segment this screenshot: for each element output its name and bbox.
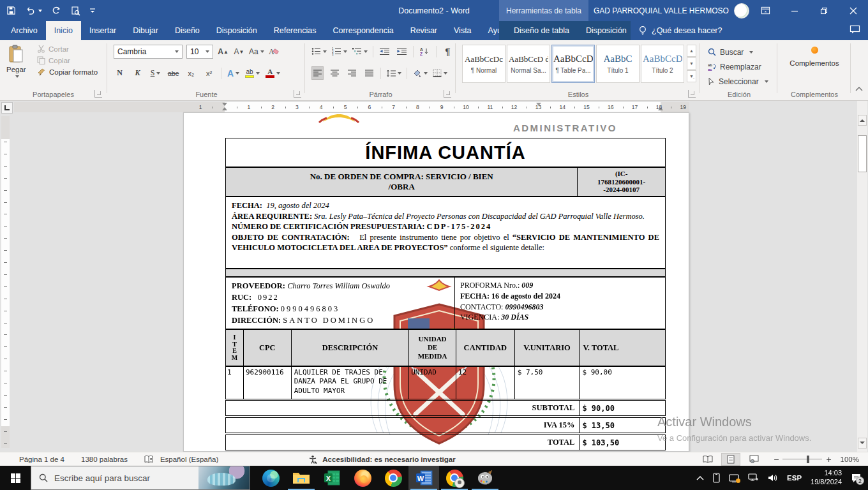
zoom-slider[interactable]: [782, 455, 822, 464]
tab-dibujar[interactable]: Dibujar: [124, 21, 167, 40]
start-button[interactable]: [0, 466, 31, 490]
tell-me-box[interactable]: ¿Qué desea hacer?: [638, 21, 722, 40]
styles-dialog-launcher[interactable]: [688, 90, 696, 98]
restore-button[interactable]: [809, 0, 839, 21]
zoom-level[interactable]: 100%: [841, 456, 859, 463]
tab-insertar[interactable]: Insertar: [81, 21, 124, 40]
tab-revisar[interactable]: Revisar: [402, 21, 445, 40]
taskbar-firefox-icon[interactable]: [347, 466, 378, 490]
vertical-scrollbar[interactable]: [857, 101, 867, 452]
tray-chevron-icon[interactable]: [696, 475, 704, 480]
scroll-up-button[interactable]: [858, 115, 867, 126]
line-spacing-button[interactable]: [386, 66, 401, 80]
style-normal-sa[interactable]: AaBbCcD dENormal Sa...: [507, 45, 550, 83]
collapse-ribbon-icon[interactable]: [855, 86, 863, 91]
scrollbar-thumb[interactable]: [858, 135, 867, 172]
paste-button[interactable]: Pegar: [6, 45, 26, 78]
text-effects-button[interactable]: A: [227, 66, 239, 80]
tab-inicio[interactable]: Inicio: [46, 21, 81, 40]
font-size-combobox[interactable]: 10: [186, 45, 213, 59]
redo-icon[interactable]: [51, 6, 61, 15]
zoom-slider-thumb[interactable]: [807, 456, 809, 463]
proofing-icon[interactable]: [144, 455, 154, 464]
taskbar-chrome-profile-icon[interactable]: [439, 466, 470, 490]
align-left-button[interactable]: [311, 66, 324, 80]
taskbar-explorer-icon[interactable]: [286, 466, 317, 490]
vertical-ruler[interactable]: [1, 116, 10, 448]
bullets-button[interactable]: [311, 45, 327, 58]
style-normal[interactable]: AaBbCcDc¶ Normal: [462, 45, 505, 83]
language-indicator[interactable]: Español (España): [160, 456, 218, 463]
sort-button[interactable]: AZ: [419, 45, 431, 58]
paragraph-dialog-launcher[interactable]: [444, 90, 451, 98]
align-right-button[interactable]: [346, 66, 358, 80]
network-icon[interactable]: [748, 473, 759, 482]
increase-indent-icon[interactable]: [396, 45, 408, 58]
cut-button[interactable]: Cortar: [37, 45, 98, 53]
format-painter-button[interactable]: Copiar formato: [37, 68, 98, 76]
accessibility-status[interactable]: Accesibilidad: es necesario investigar: [322, 456, 455, 463]
hanging-indent-marker[interactable]: [222, 107, 227, 110]
grow-font-button[interactable]: A▲: [217, 45, 229, 59]
tab-diseno-de-tabla[interactable]: Diseño de tabla: [505, 21, 578, 40]
styles-scroll-down[interactable]: ▼: [687, 57, 696, 70]
shrink-font-button[interactable]: A▼: [233, 45, 245, 59]
avatar[interactable]: [734, 3, 749, 19]
volume-icon[interactable]: [768, 473, 778, 482]
style-titulo-2[interactable]: AaBbCcDTítulo 2: [641, 45, 684, 83]
taskbar-chrome-icon[interactable]: [378, 466, 408, 490]
undo-icon[interactable]: [25, 6, 42, 15]
tab-referencias[interactable]: Referencias: [266, 21, 325, 40]
decrease-indent-icon[interactable]: [378, 45, 391, 58]
copy-button[interactable]: Copiar: [37, 56, 98, 64]
taskbar-word-icon[interactable]: W: [408, 466, 439, 490]
taskbar-excel-icon[interactable]: X: [317, 466, 347, 490]
tab-disposicion-tabla[interactable]: Disposición: [578, 21, 635, 40]
print-preview-icon[interactable]: [70, 6, 80, 16]
bold-button[interactable]: N: [114, 66, 126, 80]
qat-customize-icon[interactable]: [89, 7, 96, 15]
select-button[interactable]: Seleccionar: [708, 75, 768, 88]
your-phone-icon[interactable]: [713, 473, 720, 483]
minimize-button[interactable]: [780, 0, 809, 21]
first-line-indent-marker[interactable]: [222, 103, 227, 106]
word-count[interactable]: 1380 palabras: [81, 456, 128, 463]
ribbon-display-options-icon[interactable]: [751, 0, 780, 21]
align-center-button[interactable]: [329, 66, 341, 80]
tab-vista[interactable]: Vista: [445, 21, 480, 40]
justify-button[interactable]: [363, 66, 375, 80]
highlight-button[interactable]: ab: [245, 66, 260, 80]
style-titulo-1[interactable]: AaBbCTítulo 1: [596, 45, 640, 83]
styles-gallery-more[interactable]: ▼̱: [687, 70, 696, 82]
change-case-button[interactable]: Aa: [249, 45, 264, 59]
page-indicator[interactable]: Página 1 de 4: [19, 456, 64, 463]
clock[interactable]: 14:03 19/8/2024: [811, 469, 842, 487]
web-layout-button[interactable]: [744, 453, 763, 466]
shading-button[interactable]: [412, 66, 428, 80]
tab-archivo[interactable]: Archivo: [3, 21, 46, 40]
italic-button[interactable]: K: [131, 66, 144, 80]
document-page[interactable]: ADMINISTRATIVO: [183, 112, 689, 452]
cast-icon[interactable]: [729, 474, 739, 482]
scroll-down-button[interactable]: [858, 438, 867, 449]
search-highlight-image[interactable]: [198, 466, 250, 489]
font-name-combobox[interactable]: Cambria: [114, 45, 183, 59]
correo-link[interactable]: velizjeniffer2300@gmail.com: [271, 328, 371, 329]
clipboard-dialog-launcher[interactable]: [94, 90, 102, 98]
styles-scroll-up[interactable]: ▲: [687, 45, 696, 57]
account-area[interactable]: GAD PARROQUIAL VALLE HERMOSO: [594, 0, 749, 21]
clear-formatting-button[interactable]: A: [268, 45, 280, 59]
close-button[interactable]: [839, 0, 868, 21]
tab-correspondencia[interactable]: Correspondencia: [324, 21, 401, 40]
subscript-button[interactable]: x₂: [185, 66, 197, 80]
strikethrough-button[interactable]: abc: [167, 66, 179, 80]
find-button[interactable]: Buscar: [708, 45, 753, 59]
zoom-in-button[interactable]: +: [826, 454, 831, 464]
keyboard-language[interactable]: ESP: [787, 474, 802, 482]
font-dialog-launcher[interactable]: [294, 90, 301, 98]
superscript-button[interactable]: x²: [203, 66, 215, 80]
taskbar-gimp-icon[interactable]: [470, 466, 500, 490]
borders-button[interactable]: [433, 66, 447, 80]
feedback-icon[interactable]: [849, 24, 860, 34]
print-layout-button[interactable]: [721, 453, 740, 466]
